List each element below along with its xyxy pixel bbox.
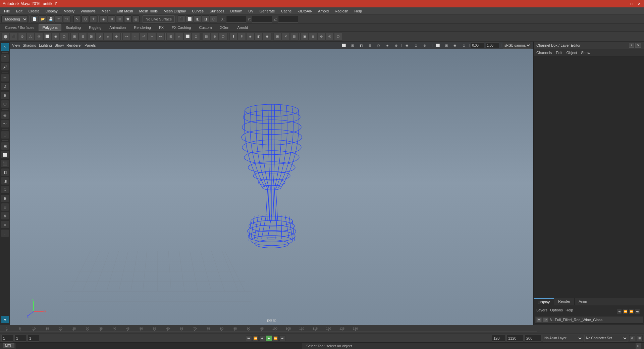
poke-icon-btn[interactable]: ◉ (263, 33, 271, 41)
delete-edge-btn[interactable]: ✕ (282, 33, 290, 41)
vp-icon-1[interactable]: ⬜ (434, 42, 441, 49)
menu-modify[interactable]: Modify (61, 8, 77, 14)
edit-menu-item[interactable]: Edit (556, 51, 562, 55)
vp-tool-5[interactable]: ⬡ (375, 42, 382, 49)
open-file-btn[interactable]: 📂 (39, 15, 46, 23)
frame-range-indicator[interactable] (28, 335, 39, 342)
tab-fx[interactable]: FX (155, 24, 167, 31)
append-icon-btn[interactable]: ⊕ (211, 33, 219, 41)
layer-tool-10[interactable]: ≡ (1, 220, 9, 229)
script-input[interactable] (16, 343, 303, 349)
display-tab[interactable]: Display (534, 298, 554, 305)
menu-mesh-tools[interactable]: Mesh Tools (137, 8, 160, 14)
menu-display[interactable]: Display (43, 8, 60, 14)
combine-icon-btn[interactable]: ⊞ (70, 33, 78, 41)
menu-cache[interactable]: Cache (278, 8, 294, 14)
vp-renderer-menu[interactable]: Renderer (66, 43, 82, 47)
extrude-icon-btn[interactable]: ⬆ (229, 33, 237, 41)
new-file-btn[interactable]: 📄 (31, 15, 38, 23)
average-icon-btn[interactable]: ≈ (131, 33, 139, 41)
object-menu-item[interactable]: Object (566, 51, 577, 55)
tab-sculpting[interactable]: Sculpting (62, 24, 85, 31)
layer-tool-2[interactable]: ⬜ (1, 151, 9, 159)
z-input[interactable] (278, 16, 298, 22)
layer-tool-6[interactable]: ⊙ (1, 186, 9, 194)
layer-tool-9[interactable]: ⊠ (1, 212, 9, 220)
frame-current-input[interactable] (14, 335, 26, 342)
create-poly-btn[interactable]: ⬡ (219, 33, 227, 41)
vp-tool-6[interactable]: ◈ (384, 42, 391, 49)
frame-start-input[interactable] (1, 335, 13, 342)
play-back-btn[interactable]: ◀ (259, 335, 265, 341)
tab-rigging[interactable]: Rigging (85, 24, 105, 31)
menu-curves[interactable]: Curves (189, 8, 206, 14)
cube-icon-btn[interactable]: ⬛ (10, 33, 18, 41)
options-menu-item[interactable]: Options (550, 308, 563, 315)
status-extra-btn[interactable]: ⊞ (635, 343, 641, 349)
collapse-icon-btn[interactable]: ⊟ (290, 33, 298, 41)
bool-inter-btn[interactable]: ⊕ (112, 33, 120, 41)
layer-tool-7[interactable]: ⊕ (1, 194, 9, 202)
lasso-tool[interactable]: ⌒ (1, 54, 9, 62)
layer-ctrl-4[interactable]: ⏭ (635, 309, 640, 314)
anim-layer-dropdown[interactable]: No Anim Layer (543, 335, 583, 342)
scale-tool[interactable]: ⊕ (1, 91, 9, 99)
transfer-icon-btn[interactable]: ⇌ (140, 33, 148, 41)
redo-btn[interactable]: ↷ (63, 15, 70, 23)
layer-ctrl-2[interactable]: ⏪ (623, 309, 628, 314)
soft-select-tool[interactable]: ◎ (1, 111, 9, 119)
select-region-btn[interactable]: ▣ (301, 33, 309, 41)
layer-tool-4[interactable]: ◧ (1, 168, 9, 176)
play-fwd-btn[interactable]: ▶ (266, 335, 272, 341)
tab-custom[interactable]: Custom (196, 24, 216, 31)
show-menu-item[interactable]: Show (581, 51, 590, 55)
save-file-btn[interactable]: 💾 (47, 15, 54, 23)
tab-rendering[interactable]: Rendering (130, 24, 155, 31)
layer-ctrl-1[interactable]: ⏮ (616, 309, 622, 314)
triangulate-icon-btn[interactable]: △ (175, 33, 183, 41)
vp-field-2[interactable] (486, 42, 499, 48)
snap5-btn[interactable]: ◎ (132, 15, 140, 23)
tab-curves-surfaces[interactable]: Curves / Surfaces (1, 24, 38, 31)
mirror-icon-btn[interactable]: ⇔ (156, 33, 164, 41)
undo-btn[interactable]: ↶ (55, 15, 62, 23)
vp-tool-7[interactable]: ⊕ (392, 42, 400, 49)
gamma-dropdown[interactable]: sRGB gamma (503, 42, 531, 49)
layer-tool-11[interactable]: ⋮ (1, 229, 9, 237)
bool-union-btn[interactable]: ∪ (96, 33, 104, 41)
menu-radiosn[interactable]: Radiosn (332, 8, 351, 14)
render-tab[interactable]: Render (554, 298, 575, 305)
menu-edit-mesh[interactable]: Edit Mesh (114, 8, 136, 14)
paint-select-tool[interactable]: 🖌 (1, 63, 9, 71)
menu-generate[interactable]: Generate (257, 8, 278, 14)
timeline-ruler[interactable]: 1 5 10 15 20 25 30 35 40 45 50 (0, 325, 644, 334)
layer-tool-1[interactable]: ▣ (1, 142, 9, 150)
clip-icon-btn[interactable]: ✂ (148, 33, 156, 41)
go-start-btn[interactable]: ⏮ (246, 335, 252, 341)
menu-mesh-display[interactable]: Mesh Display (161, 8, 189, 14)
move-tool[interactable]: ✛ (1, 74, 9, 82)
menu-deform[interactable]: Deform (227, 8, 245, 14)
separate-icon-btn[interactable]: ⊟ (79, 33, 87, 41)
menu-surfaces[interactable]: Surfaces (207, 8, 227, 14)
fill-holes-btn[interactable]: ⊙ (192, 33, 200, 41)
vp-tool-3[interactable]: ◧ (358, 42, 365, 49)
bridge-icon-btn[interactable]: ⊟ (202, 33, 210, 41)
vp-view-menu[interactable]: View (12, 43, 20, 47)
subdivide-icon-btn[interactable]: ⊞ (167, 33, 175, 41)
menu-edit[interactable]: Edit (13, 8, 25, 14)
menu-windows[interactable]: Windows (78, 8, 98, 14)
channel-box-close-btn[interactable]: ✕ (635, 43, 641, 48)
go-end-btn[interactable]: ⏭ (279, 335, 285, 341)
bool-diff-btn[interactable]: ∩ (104, 33, 112, 41)
plane-icon-btn[interactable]: ⬜ (43, 33, 51, 41)
anim-tab[interactable]: Anim (575, 298, 591, 305)
layer-tool-8[interactable]: ⊟ (1, 203, 9, 211)
snap4-btn[interactable]: ⬟ (124, 15, 131, 23)
menu-3dto-all[interactable]: -3DtoAll- (295, 8, 315, 14)
torus-icon-btn[interactable]: ◎ (35, 33, 43, 41)
channels-menu-item[interactable]: Channels (536, 51, 552, 55)
x-input[interactable] (226, 16, 246, 22)
menu-arnold[interactable]: Arnold (315, 8, 331, 14)
disc-icon-btn[interactable]: ◉ (52, 33, 60, 41)
